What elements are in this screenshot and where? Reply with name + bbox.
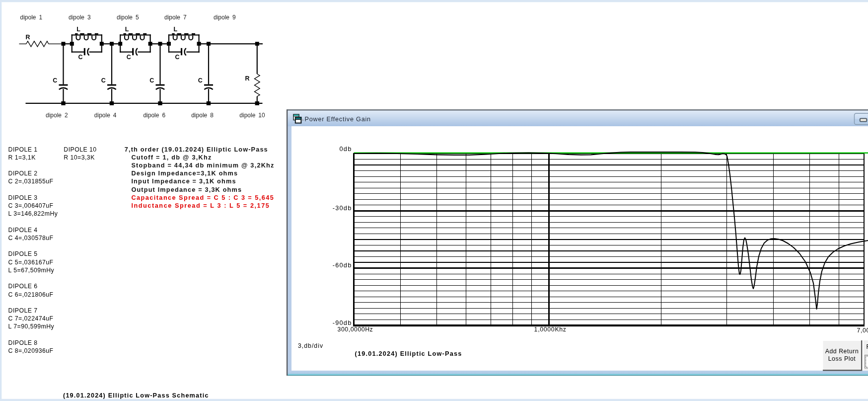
svg-text:Design Impedance=3,1K ohms: Design Impedance=3,1K ohms bbox=[131, 170, 238, 177]
svg-text:C 7=,022474uF: C 7=,022474uF bbox=[8, 315, 54, 322]
svg-text:dipole 10: dipole 10 bbox=[239, 112, 265, 119]
svg-text:dipole 9: dipole 9 bbox=[214, 14, 236, 21]
svg-text:R: R bbox=[245, 75, 250, 82]
svg-text:L 5=67,509mHy: L 5=67,509mHy bbox=[8, 267, 55, 274]
svg-text:Input Impedance = 3,1K ohms: Input Impedance = 3,1K ohms bbox=[131, 178, 236, 185]
svg-text:L: L bbox=[174, 26, 178, 33]
svg-text:C: C bbox=[101, 77, 106, 84]
svg-text:-30db: -30db bbox=[333, 204, 352, 212]
svg-text:L 7=90,599mHy: L 7=90,599mHy bbox=[8, 323, 55, 330]
svg-text:R: R bbox=[26, 34, 30, 41]
svg-text:7,00: 7,00 bbox=[857, 327, 868, 334]
svg-text:dipole 6: dipole 6 bbox=[143, 112, 165, 119]
svg-text:7,th order (19.01.2024) Ellipt: 7,th order (19.01.2024) Elliptic Low-Pas… bbox=[125, 146, 268, 153]
svg-text:300,0000Hz: 300,0000Hz bbox=[338, 326, 373, 333]
svg-text:DIPOLE 2: DIPOLE 2 bbox=[8, 170, 38, 177]
svg-text:C 2=,031855uF: C 2=,031855uF bbox=[8, 178, 54, 185]
svg-text:dipole 5: dipole 5 bbox=[117, 14, 139, 21]
svg-text:DIPOLE 10: DIPOLE 10 bbox=[64, 146, 96, 153]
svg-text:L: L bbox=[76, 26, 80, 33]
svg-text:L: L bbox=[125, 26, 129, 33]
svg-text:(19.01.2024) Elliptic Low-Pass: (19.01.2024) Elliptic Low-Pass bbox=[355, 350, 462, 357]
svg-text:C: C bbox=[53, 77, 57, 84]
svg-text:DIPOLE 3: DIPOLE 3 bbox=[8, 194, 38, 201]
svg-text:1,0000Khz: 1,0000Khz bbox=[534, 326, 567, 333]
svg-text:L 3=146,822mHy: L 3=146,822mHy bbox=[8, 210, 58, 217]
svg-text:R 1=3,1K: R 1=3,1K bbox=[8, 154, 36, 161]
svg-text:dipole 2: dipole 2 bbox=[46, 112, 68, 119]
svg-text:Inductance Spread = L 3 : L 5: Inductance Spread = L 3 : L 5 = 2,175 bbox=[131, 202, 270, 209]
svg-text:Power Effective Gain: Power Effective Gain bbox=[305, 116, 371, 123]
svg-text:DIPOLE 7: DIPOLE 7 bbox=[8, 307, 38, 314]
svg-text:-60db: -60db bbox=[333, 261, 352, 269]
svg-text:F: F bbox=[866, 343, 868, 350]
svg-text:C: C bbox=[198, 77, 203, 84]
svg-text:DIPOLE 5: DIPOLE 5 bbox=[8, 250, 38, 257]
svg-text:Loss Plot: Loss Plot bbox=[828, 355, 856, 362]
svg-text:C: C bbox=[127, 54, 131, 61]
svg-text:C: C bbox=[149, 77, 154, 84]
svg-text:DIPOLE 6: DIPOLE 6 bbox=[8, 283, 38, 290]
svg-text:C 3=,006407uF: C 3=,006407uF bbox=[8, 202, 54, 209]
svg-text:Stopband = 44,34 db minimum @: Stopband = 44,34 db minimum @ 3,2Khz bbox=[131, 162, 274, 169]
svg-text:DIPOLE 4: DIPOLE 4 bbox=[8, 227, 38, 234]
svg-text:Output Impedance = 3,3K ohms: Output Impedance = 3,3K ohms bbox=[131, 186, 242, 193]
svg-text:0db: 0db bbox=[340, 145, 352, 153]
svg-text:C: C bbox=[175, 54, 180, 61]
svg-text:dipole 3: dipole 3 bbox=[69, 14, 91, 21]
svg-text:dipole 1: dipole 1 bbox=[20, 14, 43, 21]
svg-text:Cutoff = 1, db @ 3,Khz: Cutoff = 1, db @ 3,Khz bbox=[131, 154, 212, 161]
svg-text:3,db/div: 3,db/div bbox=[298, 342, 323, 349]
svg-text:Capacitance Spread = C 5 : C 3: Capacitance Spread = C 5 : C 3 = 5,645 bbox=[131, 194, 274, 201]
svg-text:C 8=,020936uF: C 8=,020936uF bbox=[8, 347, 54, 354]
svg-text:R 10=3,3K: R 10=3,3K bbox=[64, 154, 95, 161]
svg-text:dipole 4: dipole 4 bbox=[94, 112, 117, 119]
svg-text:Add Return: Add Return bbox=[825, 348, 859, 355]
svg-text:-90db: -90db bbox=[333, 319, 352, 326]
svg-text:dipole 7: dipole 7 bbox=[164, 14, 187, 21]
svg-text:C 4=,030578uF: C 4=,030578uF bbox=[8, 235, 54, 241]
svg-text:C 5=,036167uF: C 5=,036167uF bbox=[8, 259, 54, 266]
svg-text:C 6=,021806uF: C 6=,021806uF bbox=[8, 291, 54, 298]
svg-text:C: C bbox=[78, 54, 82, 61]
svg-text:DIPOLE 8: DIPOLE 8 bbox=[8, 339, 38, 346]
svg-text:DIPOLE 1: DIPOLE 1 bbox=[8, 146, 38, 153]
svg-text:dipole 8: dipole 8 bbox=[191, 112, 214, 119]
svg-text:(19.01.2024) Elliptic Low-Pass: (19.01.2024) Elliptic Low-Pass Schematic bbox=[63, 392, 209, 399]
